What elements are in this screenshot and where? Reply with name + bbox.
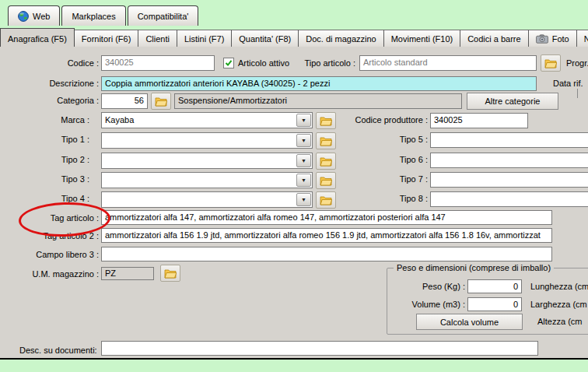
- tab-codici-barre[interactable]: Codici a barre: [460, 30, 528, 47]
- tab-anagrafica[interactable]: Anagrafica (F5): [0, 28, 75, 47]
- lunghezza-label: Lunghezza (cm: [530, 282, 588, 291]
- tab-clienti-label: Clienti: [145, 34, 170, 44]
- chevron-down-icon[interactable]: ▼: [296, 154, 311, 167]
- descrizione-label: Descrizione :: [0, 79, 99, 88]
- tipo5-field[interactable]: [430, 132, 588, 148]
- folder-icon: [320, 195, 332, 205]
- um-magazzino-field: PZ: [101, 267, 154, 280]
- volume-field[interactable]: 0: [467, 297, 522, 311]
- tipo4-label: Tipo 4 :: [0, 194, 89, 203]
- marca-combobox[interactable]: Kayaba ▼: [101, 112, 313, 128]
- check-icon: [225, 59, 233, 67]
- tab-note-descrizioni[interactable]: Note e descrizio: [577, 30, 588, 47]
- tab-listini[interactable]: Listini (F7): [177, 30, 232, 47]
- tab-codici-barre-label: Codici a barre: [467, 34, 520, 44]
- tipo-articolo-folder-button[interactable]: [541, 54, 561, 72]
- folder-icon: [320, 136, 332, 146]
- tipo6-label: Tipo 6 :: [373, 155, 428, 164]
- folder-icon: [320, 116, 332, 126]
- chevron-down-icon[interactable]: ▼: [296, 174, 311, 187]
- tab-web[interactable]: Web: [8, 5, 60, 26]
- lower-tab-bar: Anagrafica (F5) Fornitori (F6) Clienti L…: [0, 30, 588, 47]
- tab-foto[interactable]: Foto: [529, 30, 577, 47]
- campo-libero3-label: Campo libero 3 :: [0, 250, 99, 259]
- categoria-label: Categoria :: [0, 96, 99, 105]
- tipo3-folder-button[interactable]: [316, 172, 336, 189]
- altre-categorie-button-label: Altre categorie: [485, 97, 541, 106]
- tab-movimenti[interactable]: Movimenti (F10): [384, 30, 460, 47]
- marca-label: Marca :: [0, 115, 89, 125]
- peso-label: Peso (Kg) :: [389, 282, 465, 291]
- tab-compatibilita[interactable]: Compatibilita': [128, 5, 199, 26]
- categoria-name-field: Sospensione/Ammortizzatori: [174, 93, 462, 109]
- tipo7-field[interactable]: [430, 172, 588, 188]
- tab-markplaces[interactable]: Markplaces: [61, 5, 125, 26]
- tipo1-combobox[interactable]: ▼: [101, 132, 313, 149]
- tab-foto-label: Foto: [552, 34, 569, 44]
- tab-quantita-label: Quantita' (F8): [239, 34, 291, 44]
- chevron-down-icon[interactable]: ▼: [296, 193, 311, 206]
- peso-field[interactable]: 0: [467, 279, 522, 293]
- peso-dimensioni-group-title: Peso e dimensioni (comprese di imballo): [394, 263, 554, 272]
- tipo6-field[interactable]: [430, 153, 588, 168]
- tab-doc-magazzino-label: Doc. di magazzino: [306, 34, 376, 44]
- tipo8-label: Tipo 8 :: [373, 194, 428, 203]
- folder-icon: [320, 176, 332, 186]
- tab-movimenti-label: Movimenti (F10): [391, 34, 453, 44]
- articolo-attivo-checkbox[interactable]: [223, 58, 234, 68]
- folder-icon: [155, 97, 167, 107]
- tipo7-label: Tipo 7 :: [373, 174, 428, 184]
- tab-quantita[interactable]: Quantita' (F8): [232, 30, 299, 47]
- chevron-down-icon[interactable]: ▼: [296, 114, 311, 127]
- camera-icon: [536, 34, 548, 44]
- marca-folder-button[interactable]: [316, 112, 336, 129]
- tipo2-combobox[interactable]: ▼: [101, 153, 313, 169]
- folder-icon: [544, 58, 557, 68]
- larghezza-label: Larghezza (cm: [530, 300, 587, 309]
- codice-label: Codice :: [0, 58, 99, 68]
- tipo3-combobox[interactable]: ▼: [101, 172, 313, 188]
- folder-icon: [320, 156, 332, 167]
- tipo4-folder-button[interactable]: [316, 191, 336, 209]
- categoria-folder-button[interactable]: [151, 93, 171, 110]
- upper-tab-bar: Web Markplaces Compatibilita': [8, 5, 200, 26]
- tab-fornitori-label: Fornitori (F6): [82, 34, 131, 44]
- tipo-articolo-field[interactable]: Articolo standard: [359, 55, 537, 71]
- tipo3-label: Tipo 3 :: [0, 174, 89, 184]
- um-magazzino-folder-button[interactable]: [160, 265, 180, 282]
- campo-libero3-field[interactable]: [101, 247, 552, 261]
- codice-field[interactable]: 340025: [101, 55, 215, 71]
- anagrafica-panel: Codice : 340025 Articolo attivo Tipo art…: [0, 47, 588, 360]
- altre-categorie-button[interactable]: Altre categorie: [467, 93, 558, 110]
- progr-label: Progr.: [566, 58, 588, 68]
- descrizione-field[interactable]: Coppia ammortizzatori anteriori KAYABA (…: [101, 76, 537, 91]
- tipo1-label: Tipo 1 :: [0, 135, 89, 144]
- codice-produttore-field[interactable]: 340025: [430, 113, 528, 128]
- tab-compatibilita-label: Compatibilita': [138, 12, 189, 21]
- desc-su-documenti-label: Desc. su documenti:: [19, 346, 97, 355]
- marca-value: Kayaba: [105, 115, 134, 125]
- volume-label: Volume (m3) :: [389, 300, 465, 309]
- tab-markplaces-label: Markplaces: [72, 12, 115, 21]
- product-master-window: Web Markplaces Compatibilita' Anagrafica…: [0, 0, 588, 372]
- chevron-down-icon[interactable]: ▼: [296, 134, 311, 147]
- tab-fornitori[interactable]: Fornitori (F6): [75, 30, 139, 47]
- tab-doc-magazzino[interactable]: Doc. di magazzino: [299, 30, 384, 47]
- tag-articolo-field[interactable]: ammortizzatori alfa 147, ammortizzatori …: [101, 210, 552, 225]
- tab-clienti[interactable]: Clienti: [138, 30, 177, 47]
- codice-produttore-label: Codice produttore :: [334, 115, 428, 125]
- data-rif-label: Data rif.: [553, 79, 583, 88]
- tipo4-combobox[interactable]: ▼: [101, 191, 313, 208]
- tipo2-folder-button[interactable]: [316, 153, 336, 170]
- tab-web-label: Web: [33, 12, 50, 21]
- tipo-articolo-label: Tipo articolo :: [288, 58, 355, 68]
- globe-icon: [18, 11, 29, 22]
- calcola-volume-button[interactable]: Calcola volume: [416, 314, 523, 330]
- tag-articolo2-field[interactable]: ammortizzatori alfa 156 1.9 jtd, ammorti…: [101, 228, 552, 243]
- tipo8-field[interactable]: [430, 191, 588, 207]
- tipo1-folder-button[interactable]: [316, 132, 336, 149]
- categoria-code-field[interactable]: 56: [101, 93, 148, 109]
- altezza-label: Altezza (cm: [537, 317, 582, 326]
- desc-su-documenti-field[interactable]: [101, 341, 538, 356]
- articolo-attivo-label: Articolo attivo: [238, 58, 289, 68]
